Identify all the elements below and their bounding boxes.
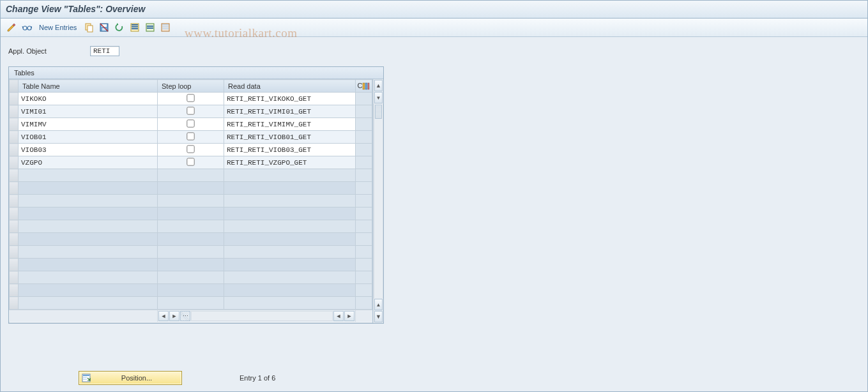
svg-rect-13 (147, 27, 153, 29)
step-loop-checkbox[interactable] (187, 119, 194, 127)
vscroll-thumb[interactable] (375, 105, 382, 119)
hscroll-left-button[interactable]: ◄ (158, 311, 169, 321)
row-selector[interactable] (10, 156, 19, 169)
cell-table-name[interactable] (19, 182, 158, 195)
step-loop-checkbox[interactable] (187, 107, 194, 114)
row-selector[interactable] (10, 105, 19, 118)
hscroll-column-picker[interactable]: ⋯ (180, 311, 190, 321)
cell-table-name[interactable] (19, 246, 158, 259)
header-form: Appl. Object RETI (1, 37, 867, 60)
row-selector[interactable] (10, 182, 19, 195)
cell-table-name[interactable]: VIMIMV (19, 118, 158, 131)
cell-read-data[interactable]: RETI_RETI_VIMIMV_GET (224, 118, 356, 131)
step-loop-checkbox[interactable] (187, 94, 194, 102)
cell-table-name[interactable]: VIKOKO (19, 93, 158, 105)
row-selector[interactable] (10, 297, 19, 310)
cell-read-data[interactable] (224, 284, 356, 297)
step-loop-checkbox[interactable] (187, 132, 194, 140)
cell-table-name[interactable] (19, 284, 158, 297)
cell-read-data[interactable] (224, 182, 356, 195)
cell-read-data[interactable] (224, 246, 356, 259)
cell-trailing (356, 195, 372, 207)
cell-table-name[interactable]: VIMI01 (19, 105, 158, 118)
cell-read-data[interactable] (224, 195, 356, 207)
vscroll-up-button[interactable]: ▲ (374, 80, 383, 91)
delete-button[interactable] (97, 21, 111, 34)
select-block-icon (145, 22, 155, 33)
col-header-step-loop[interactable]: Step loop (158, 80, 224, 93)
cell-table-name[interactable] (19, 220, 158, 233)
cell-table-name[interactable] (19, 259, 158, 271)
page-title: Change View "Tables": Overview (1, 1, 867, 19)
cell-table-name[interactable]: VZGPO (19, 156, 158, 169)
other-view-button[interactable] (20, 21, 34, 34)
step-loop-checkbox[interactable] (187, 158, 194, 165)
row-selector[interactable] (10, 93, 19, 105)
cell-read-data[interactable]: RETI_RETI_VIOB03_GET (224, 144, 356, 156)
select-all-button[interactable] (128, 21, 142, 34)
row-selector[interactable] (10, 271, 19, 284)
cell-read-data[interactable]: RETI_RETI_VIMI01_GET (224, 105, 356, 118)
cell-read-data[interactable] (224, 259, 356, 271)
cell-read-data[interactable] (224, 169, 356, 182)
cell-table-name[interactable] (19, 297, 158, 310)
select-block-button[interactable] (143, 21, 157, 34)
cell-trailing (356, 207, 372, 220)
vscroll-track[interactable] (374, 104, 383, 298)
cell-read-data[interactable]: RETI_RETI_VZGPO_GET (224, 156, 356, 169)
step-loop-checkbox[interactable] (187, 145, 194, 153)
row-selector[interactable] (10, 169, 19, 182)
cell-table-name[interactable] (19, 195, 158, 207)
row-selector-header[interactable] (10, 80, 19, 93)
vscroll-down-button[interactable]: ▼ (374, 311, 383, 322)
hscroll-right-button[interactable]: ► (169, 311, 179, 321)
cell-table-name[interactable] (19, 207, 158, 220)
undo-icon (114, 22, 125, 33)
cell-trailing (356, 233, 372, 246)
hscroll-left-end-button[interactable]: ◄ (333, 311, 344, 321)
vscroll-page-up-button[interactable]: ▼ (374, 92, 383, 103)
cell-trailing (356, 271, 372, 284)
row-selector[interactable] (10, 220, 19, 233)
hscroll-track[interactable] (191, 311, 333, 321)
cell-trailing (356, 156, 372, 169)
row-selector[interactable] (10, 131, 19, 144)
deselect-all-button[interactable] (158, 21, 172, 34)
row-selector[interactable] (10, 284, 19, 297)
new-entries-button[interactable]: New Entries (35, 20, 80, 34)
cell-table-name[interactable] (19, 233, 158, 246)
col-header-read-data[interactable]: Read data (224, 80, 356, 93)
cell-table-name[interactable] (19, 169, 158, 182)
svg-rect-23 (83, 377, 87, 378)
cell-table-name[interactable]: VIOB01 (19, 131, 158, 144)
select-all-icon (130, 22, 140, 33)
toggle-display-change-button[interactable] (4, 21, 19, 34)
cell-read-data[interactable] (224, 233, 356, 246)
copy-as-button[interactable] (82, 21, 96, 34)
appl-object-field[interactable]: RETI (90, 46, 119, 56)
cell-read-data[interactable] (224, 271, 356, 284)
position-button[interactable]: Position... (79, 371, 182, 385)
undo-change-button[interactable] (112, 21, 126, 34)
cell-read-data[interactable]: RETI_RETI_VIKOKO_GET (224, 93, 356, 105)
appl-object-label: Appl. Object (8, 47, 85, 55)
cell-read-data[interactable] (224, 207, 356, 220)
vscroll-page-down-button[interactable]: ▲ (374, 299, 383, 310)
hscroll-right-end-button[interactable]: ► (344, 311, 354, 321)
row-selector[interactable] (10, 118, 19, 131)
row-selector[interactable] (10, 233, 19, 246)
row-selector[interactable] (10, 259, 19, 271)
cell-table-name[interactable]: VIOB03 (19, 144, 158, 156)
row-selector[interactable] (10, 195, 19, 207)
cell-read-data[interactable]: RETI_RETI_VIOB01_GET (224, 131, 356, 144)
row-selector[interactable] (10, 144, 19, 156)
cell-table-name[interactable] (19, 271, 158, 284)
row-selector[interactable] (10, 207, 19, 220)
table-row-empty (10, 169, 372, 182)
cell-read-data[interactable] (224, 220, 356, 233)
col-header-table-name[interactable]: Table Name (19, 80, 158, 93)
col-header-config[interactable]: C (356, 80, 372, 93)
position-button-label: Position... (95, 374, 179, 382)
row-selector[interactable] (10, 246, 19, 259)
cell-read-data[interactable] (224, 297, 356, 310)
